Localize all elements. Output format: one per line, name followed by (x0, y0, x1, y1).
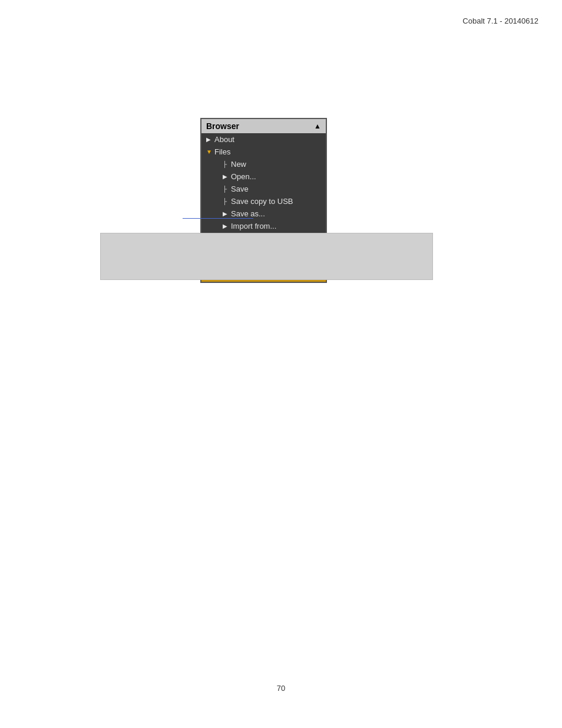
menu-item-import-from[interactable]: ▶ Import from... (201, 220, 326, 232)
menu-item-save[interactable]: ├ Save (201, 183, 326, 195)
browser-title: Browser ▲ (201, 119, 326, 133)
menu-label-new: New (231, 160, 246, 169)
arrow-icon-save-as: ▶ (223, 210, 231, 217)
dash-icon-save-copy: ├ (223, 198, 231, 205)
menu-label-about: About (214, 135, 234, 144)
menu-label-save-copy-usb: Save copy to USB (231, 197, 293, 206)
menu-item-about[interactable]: ▶ About (201, 133, 326, 146)
menu-label-import-from: Import from... (231, 222, 276, 230)
arrow-icon-open: ▶ (223, 173, 231, 180)
menu-item-files[interactable]: ▼ Files (201, 146, 326, 158)
arrow-icon-import: ▶ (223, 223, 231, 229)
dropdown-icon-files: ▼ (206, 149, 214, 155)
menu-item-new[interactable]: ├ New (201, 158, 326, 170)
page-number: 70 (277, 684, 285, 693)
browser-title-text: Browser (206, 121, 239, 131)
content-description-box (100, 233, 433, 280)
scroll-up-arrow[interactable]: ▲ (314, 122, 321, 130)
menu-label-files: Files (214, 147, 230, 156)
menu-item-open[interactable]: ▶ Open... (201, 170, 326, 183)
decorative-underline (183, 218, 253, 219)
dash-icon-new: ├ (223, 161, 231, 167)
menu-item-save-copy-usb[interactable]: ├ Save copy to USB (201, 195, 326, 207)
menu-label-save: Save (231, 185, 249, 193)
version-label: Cobalt 7.1 - 20140612 (462, 17, 538, 25)
menu-label-save-as: Save as... (231, 209, 265, 218)
dash-icon-save: ├ (223, 186, 231, 192)
menu-label-open: Open... (231, 172, 256, 181)
arrow-icon-about: ▶ (206, 136, 214, 143)
